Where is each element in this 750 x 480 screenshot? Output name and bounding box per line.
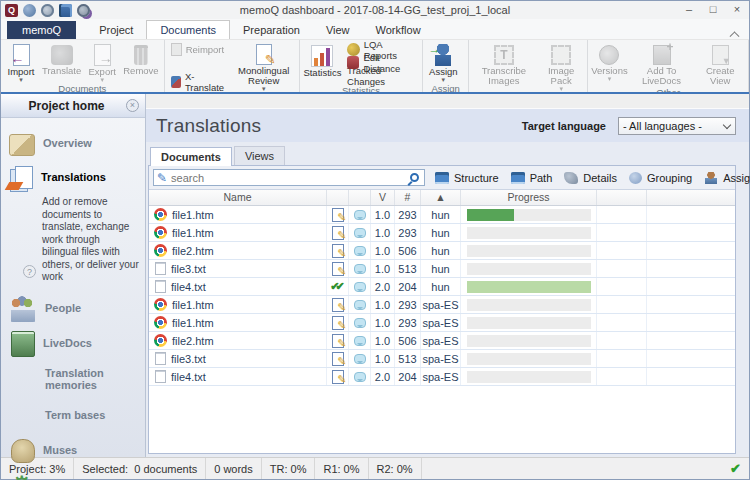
documents-panel: ✎ StructurePathDetailsGroupingAssignment…: [148, 165, 736, 454]
column-header-segments[interactable]: #: [395, 190, 421, 205]
close-button[interactable]: ×: [725, 1, 749, 19]
segment-count-cell: 204: [395, 368, 421, 385]
monolingual-review-button[interactable]: Monolingual Review▾: [231, 41, 297, 91]
sidebar-item-people[interactable]: People: [1, 290, 145, 326]
comment-icon[interactable]: [354, 282, 366, 292]
maximize-button[interactable]: □: [701, 1, 725, 19]
segment-count-cell: 293: [395, 224, 421, 241]
settings-icon: [9, 471, 37, 480]
column-header-comment[interactable]: [349, 190, 371, 205]
statistics-icon: [311, 45, 333, 67]
table-row[interactable]: file2.htm1.0506spa-ES: [149, 332, 735, 350]
help-icon[interactable]: [23, 4, 36, 17]
column-header-language[interactable]: ▲: [421, 190, 461, 205]
assign-button[interactable]: Assign▾: [425, 41, 461, 82]
versions-button[interactable]: Versions▾: [590, 41, 628, 86]
sidebar-close-icon[interactable]: ×: [126, 99, 139, 112]
collapse-ribbon-icon[interactable]: [731, 30, 741, 36]
target-language-select[interactable]: - All languages -: [618, 117, 736, 135]
menu-tab-workflow[interactable]: Workflow: [363, 21, 434, 39]
create-view-button[interactable]: Create View: [695, 41, 746, 86]
memoq-logo-icon[interactable]: Q: [5, 4, 18, 17]
progress-track: [467, 263, 591, 275]
sidebar-item-term-bases[interactable]: Term bases: [1, 397, 145, 433]
export-button[interactable]: Export▾: [84, 41, 120, 82]
menu-tab-project[interactable]: Project: [86, 21, 146, 39]
comment-icon[interactable]: [354, 300, 366, 310]
table-row[interactable]: file4.txt✔✔2.0204hun: [149, 278, 735, 296]
column-header-version[interactable]: V: [371, 190, 395, 205]
table-row[interactable]: file1.htm1.0293hun: [149, 224, 735, 242]
table-row[interactable]: file1.htm1.0293spa-ES: [149, 314, 735, 332]
path-button[interactable]: Path: [511, 172, 553, 184]
search-icon[interactable]: [410, 173, 419, 182]
grouping-button[interactable]: Grouping: [629, 172, 692, 184]
comment-icon[interactable]: [354, 246, 366, 256]
reimport-button[interactable]: Reimport: [169, 43, 229, 56]
server-administrator-icon[interactable]: [77, 4, 90, 17]
tracked-changes-button[interactable]: Tracked Changes: [345, 69, 418, 82]
comment-icon[interactable]: [354, 336, 366, 346]
import-button[interactable]: Import▾: [3, 41, 39, 82]
table-row[interactable]: file3.txt1.0513hun: [149, 260, 735, 278]
html-file-icon: [154, 316, 167, 329]
details-button[interactable]: Details: [564, 172, 617, 184]
tab-views[interactable]: Views: [234, 146, 285, 165]
table-empty-area: [149, 386, 735, 453]
menu-tab-documents[interactable]: Documents: [146, 20, 230, 39]
table-row[interactable]: file1.htm1.0293spa-ES: [149, 296, 735, 314]
window-title: memoQ dashboard - 2017-08-14-GG_test_pro…: [1, 4, 749, 16]
comment-icon[interactable]: [354, 318, 366, 328]
table-row[interactable]: file2.htm1.0506hun: [149, 242, 735, 260]
sidebar-item-translation-memories[interactable]: Translation memories: [1, 361, 145, 397]
document-name: file4.txt: [171, 281, 206, 293]
document-name: file1.htm: [172, 227, 214, 239]
table-row[interactable]: file4.txt2.0204spa-ES: [149, 368, 735, 386]
table-row[interactable]: file3.txt1.0513spa-ES: [149, 350, 735, 368]
version-cell: 1.0: [371, 296, 395, 313]
image-pack-button[interactable]: Image Pack▾: [537, 41, 586, 91]
tab-documents[interactable]: Documents: [150, 147, 232, 166]
comment-icon[interactable]: [354, 372, 366, 382]
search-box[interactable]: ✎: [153, 169, 425, 186]
statistics-button[interactable]: Statistics: [302, 41, 343, 84]
table-row[interactable]: file1.htm1.0293hun: [149, 206, 735, 224]
column-header-extra[interactable]: [597, 190, 647, 205]
program-settings-icon[interactable]: [41, 4, 54, 17]
minimize-button[interactable]: –: [677, 1, 701, 19]
comment-icon[interactable]: [354, 264, 366, 274]
column-header-name[interactable]: Name: [149, 190, 327, 205]
column-header-progress[interactable]: Progress: [461, 190, 597, 205]
translate-button[interactable]: Translate: [39, 41, 84, 82]
structure-button[interactable]: Structure: [435, 172, 499, 184]
column-header-status[interactable]: [327, 190, 349, 205]
comment-icon[interactable]: [354, 210, 366, 220]
transcribe-images-button[interactable]: Transcribe Images: [471, 41, 537, 91]
document-name: file2.htm: [172, 335, 214, 347]
remove-button[interactable]: Remove: [120, 41, 161, 82]
image-pack-icon: [551, 45, 571, 65]
menu-tab-view[interactable]: View: [313, 21, 363, 39]
progress-bar: [467, 281, 591, 293]
x-translate-button[interactable]: X-Translate: [169, 76, 229, 89]
ribbon: Import▾TranslateExport▾RemoveDocumentsRe…: [1, 39, 749, 92]
chevron-down-icon: [723, 122, 731, 130]
comment-icon[interactable]: [354, 354, 366, 364]
assignments-button[interactable]: Assignments: [704, 172, 750, 184]
help-icon[interactable]: ?: [23, 265, 36, 278]
ribbon-group-documents: Import▾TranslateExport▾RemoveDocuments: [1, 40, 165, 92]
progress-track: [467, 371, 591, 383]
sidebar-item-translations[interactable]: Translations: [1, 160, 145, 194]
language-cell: spa-ES: [421, 368, 461, 385]
status-tr: TR: 0%: [262, 458, 316, 479]
resource-console-icon[interactable]: [59, 4, 72, 17]
search-input[interactable]: [171, 172, 410, 184]
sidebar-item-overview[interactable]: Overview: [1, 126, 145, 160]
menu-tab-preparation[interactable]: Preparation: [230, 21, 313, 39]
x-translate-icon: [171, 76, 181, 88]
comment-icon[interactable]: [354, 228, 366, 238]
menu-tab-memoq[interactable]: memoQ: [7, 21, 76, 39]
add-to-livedocs-button[interactable]: Add To LiveDocs: [629, 41, 695, 86]
version-cell: 1.0: [371, 350, 395, 367]
sidebar-item-livedocs[interactable]: LiveDocs: [1, 326, 145, 361]
